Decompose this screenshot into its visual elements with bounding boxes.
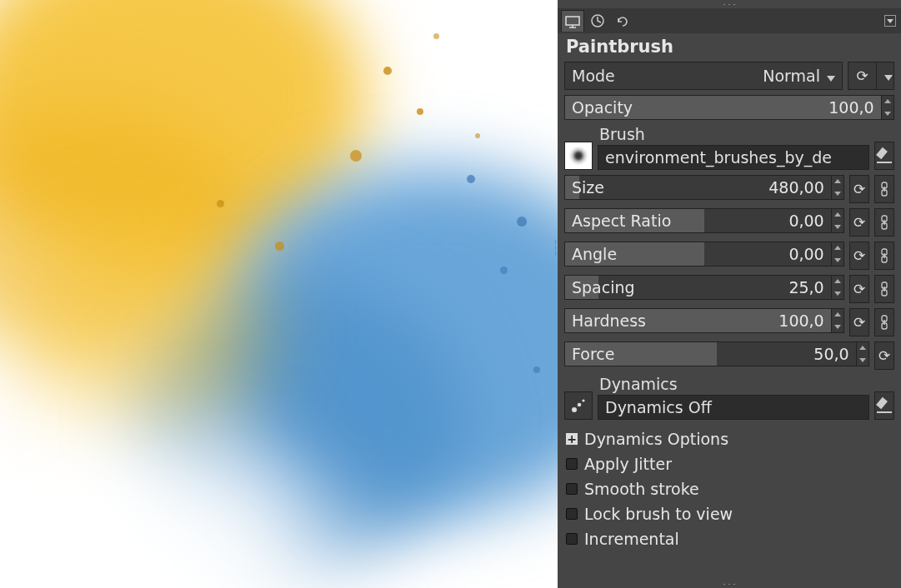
tab-device-status[interactable] — [586, 10, 609, 32]
aspect-ratio-value: 0,00 — [788, 212, 823, 230]
dynamics-edit-button[interactable] — [874, 391, 894, 420]
hardness-value: 100,0 — [778, 311, 823, 330]
tab-tool-options[interactable] — [561, 10, 584, 32]
aspect-ratio-link-button[interactable] — [874, 208, 894, 237]
dock-drag-handle-top[interactable] — [558, 0, 901, 8]
aspect-ratio-decrease[interactable] — [832, 221, 843, 233]
size-slider[interactable]: Size480,00 — [564, 175, 844, 200]
brush-edit-button[interactable] — [874, 142, 894, 170]
angle-link-button[interactable] — [874, 242, 894, 270]
spacing-reset-button[interactable]: ⟳ — [849, 275, 869, 303]
size-value: 480,00 — [768, 178, 823, 197]
force-decrease[interactable] — [857, 354, 868, 366]
chevron-down-icon — [827, 67, 835, 85]
mode-reset-button[interactable]: ⟳ — [848, 62, 876, 90]
incremental-checkbox[interactable]: Incremental — [566, 530, 893, 548]
opacity-decrease[interactable] — [882, 107, 893, 120]
tab-undo-history[interactable] — [611, 10, 634, 32]
size-increase[interactable] — [832, 175, 843, 187]
svg-point-21 — [582, 399, 584, 401]
aspect-ratio-label: Aspect Ratio — [572, 212, 788, 230]
force-value: 50,0 — [813, 345, 848, 363]
brush-name-field[interactable]: environment_brushes_by_de — [598, 145, 869, 170]
svg-rect-0 — [566, 17, 579, 25]
tool-title: Paintbrush — [558, 33, 901, 62]
hardness-label: Hardness — [572, 311, 778, 330]
spacing-decrease[interactable] — [832, 287, 843, 300]
edit-icon — [875, 147, 893, 165]
brush-preview-button[interactable] — [564, 142, 593, 170]
smooth-stroke-checkbox[interactable]: Smooth stroke — [566, 480, 893, 498]
opacity-label: Opacity — [572, 98, 828, 117]
hardness-increase[interactable] — [832, 308, 843, 321]
expand-icon: + — [566, 433, 578, 445]
aspect-ratio-increase[interactable] — [832, 208, 843, 221]
hardness-reset-button[interactable]: ⟳ — [849, 308, 869, 336]
spacing-slider[interactable]: Spacing25,0 — [564, 275, 844, 300]
aspect-ratio-slider[interactable]: Aspect Ratio0,00 — [564, 208, 844, 233]
mode-value: Normal — [763, 67, 820, 85]
apply-jitter-checkbox[interactable]: Apply Jitter — [566, 455, 893, 473]
hardness-slider[interactable]: Hardness100,0 — [564, 308, 844, 333]
apply-jitter-label: Apply Jitter — [584, 455, 672, 473]
opacity-slider[interactable]: Opacity100,0 — [564, 95, 894, 120]
spacing-label: Spacing — [572, 278, 788, 296]
dock-tabs — [558, 8, 901, 33]
dock-drag-handle-bottom[interactable] — [558, 580, 901, 588]
brush-label: Brush — [598, 125, 869, 143]
hardness-link-button[interactable] — [874, 308, 894, 336]
force-reset-button[interactable]: ⟳ — [874, 341, 894, 370]
canvas-area[interactable] — [0, 0, 558, 588]
edit-icon — [875, 396, 893, 415]
lock-brush-label: Lock brush to view — [584, 505, 733, 523]
smooth-stroke-label: Smooth stroke — [584, 480, 699, 498]
force-increase[interactable] — [857, 341, 868, 354]
dynamics-preview-button[interactable] — [564, 391, 593, 420]
spacing-value: 25,0 — [788, 278, 823, 296]
angle-label: Angle — [572, 245, 788, 263]
size-link-button[interactable] — [874, 175, 894, 203]
angle-increase[interactable] — [832, 242, 843, 254]
dock-menu-icon[interactable] — [884, 15, 896, 27]
checkbox-icon — [566, 533, 578, 545]
opacity-increase[interactable] — [882, 95, 893, 107]
checkbox-icon — [566, 508, 578, 520]
incremental-label: Incremental — [584, 530, 679, 548]
mode-label: Mode — [572, 67, 763, 85]
angle-value: 0,00 — [788, 245, 823, 263]
size-reset-button[interactable]: ⟳ — [849, 175, 869, 203]
angle-slider[interactable]: Angle0,00 — [564, 242, 844, 267]
dynamics-label: Dynamics — [598, 375, 869, 393]
opacity-value: 100,0 — [828, 98, 873, 117]
chevron-down-icon — [884, 68, 893, 84]
force-slider[interactable]: Force50,0 — [564, 341, 869, 366]
size-decrease[interactable] — [832, 187, 843, 200]
mode-dropdown[interactable]: Mode Normal — [564, 62, 843, 90]
spacing-increase[interactable] — [832, 275, 843, 287]
size-label: Size — [572, 178, 768, 197]
dynamics-options-expander[interactable]: + Dynamics Options — [566, 430, 893, 448]
svg-point-19 — [572, 407, 577, 412]
lock-brush-checkbox[interactable]: Lock brush to view — [566, 505, 893, 523]
hardness-decrease[interactable] — [832, 321, 843, 333]
dynamics-options-label: Dynamics Options — [584, 430, 728, 448]
checkbox-icon — [566, 483, 578, 495]
force-label: Force — [572, 345, 813, 363]
spacing-link-button[interactable] — [874, 275, 894, 303]
checkbox-icon — [566, 458, 578, 470]
dynamics-name-field[interactable]: Dynamics Off — [598, 395, 869, 420]
angle-reset-button[interactable]: ⟳ — [849, 242, 869, 270]
aspect-ratio-reset-button[interactable]: ⟳ — [849, 208, 869, 237]
tool-options-panel: Paintbrush Mode Normal ⟳ Opacity100,0 — [558, 0, 901, 588]
mode-menu-button[interactable] — [876, 62, 894, 90]
panel-drag-handle[interactable] — [552, 233, 558, 263]
angle-decrease[interactable] — [832, 254, 843, 267]
svg-point-20 — [578, 403, 582, 407]
